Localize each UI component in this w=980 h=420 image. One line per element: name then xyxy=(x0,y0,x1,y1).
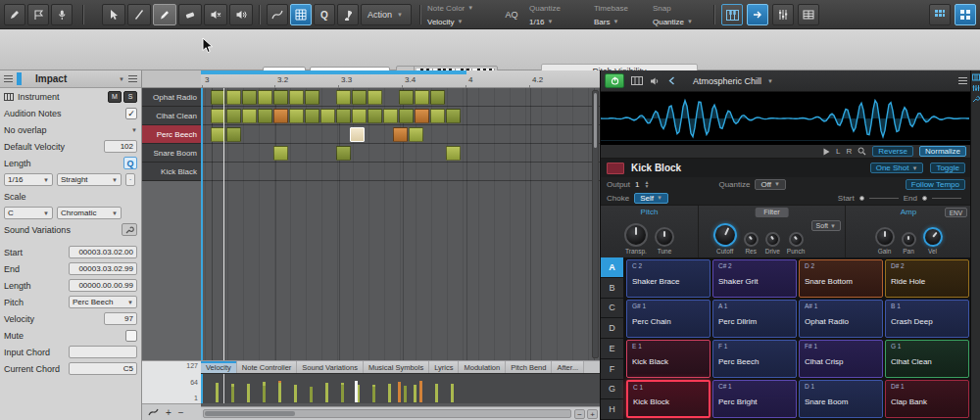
follow-tempo-button[interactable]: Follow Tempo xyxy=(906,179,965,190)
apps-grid-icon[interactable] xyxy=(955,4,976,25)
velocity-bar[interactable] xyxy=(263,386,266,402)
midi-note[interactable] xyxy=(399,90,414,105)
sound-variations-tool-button[interactable] xyxy=(122,223,137,236)
microphone-icon[interactable] xyxy=(51,4,73,25)
knob-punch[interactable]: Punch xyxy=(787,232,805,255)
tab-pitch-bend[interactable]: Pitch Bend xyxy=(506,361,552,373)
midi-note[interactable] xyxy=(273,146,288,161)
field-velocity[interactable]: 97 xyxy=(104,312,137,325)
field-end[interactable]: 00003.03.02.99 xyxy=(69,262,137,275)
loop-range-bar[interactable] xyxy=(201,70,466,74)
knob-cutoff[interactable]: Cutoff xyxy=(713,223,737,255)
midi-note[interactable] xyxy=(305,90,319,105)
pad-perc-chain[interactable]: G# 1Perc Chain xyxy=(626,300,710,338)
note-lanes[interactable] xyxy=(201,88,600,182)
zoom-in-button[interactable]: + xyxy=(587,409,598,419)
midi-note[interactable] xyxy=(242,109,257,123)
midi-note[interactable] xyxy=(430,109,445,123)
velocity-bar[interactable] xyxy=(398,382,401,402)
play-icon[interactable] xyxy=(823,148,830,156)
pad-snare-boom[interactable]: D 1Snare Boom xyxy=(799,380,883,418)
output-value[interactable]: 1 xyxy=(635,180,639,189)
scrollbar-track[interactable] xyxy=(203,409,571,418)
zoom-out-button[interactable]: − xyxy=(574,409,585,419)
power-button[interactable] xyxy=(605,73,624,88)
midi-note[interactable] xyxy=(305,109,319,123)
midi-note[interactable] xyxy=(258,109,272,123)
piano-editor-icon[interactable] xyxy=(721,4,743,25)
menu-icon[interactable] xyxy=(958,77,967,84)
snap-control[interactable]: Snap Quantize▼ xyxy=(653,2,708,27)
dropdown-pitch[interactable]: Perc Beech▼ xyxy=(69,296,137,308)
midi-note[interactable] xyxy=(320,109,335,123)
knob-vel[interactable]: Vel xyxy=(923,227,943,255)
velocity-bar[interactable] xyxy=(435,384,438,402)
toggle-button[interactable]: Toggle xyxy=(930,163,965,173)
midi-note[interactable] xyxy=(430,90,445,105)
draw-icon[interactable] xyxy=(4,4,25,25)
action-dropdown[interactable]: Action▼ xyxy=(361,4,412,25)
knob-pan[interactable]: Pan xyxy=(902,232,916,255)
timeline-ruler[interactable]: 33.23.33.444.2 xyxy=(201,70,600,88)
dot-button[interactable]: · xyxy=(125,173,135,186)
list-icon[interactable] xyxy=(128,75,137,82)
knob-res[interactable]: Res xyxy=(744,232,759,255)
velocity-bar[interactable] xyxy=(414,385,416,402)
midi-note[interactable] xyxy=(393,127,408,142)
velocity-bar[interactable] xyxy=(372,387,375,402)
pad-shaker-brace[interactable]: C 2Shaker Brace xyxy=(626,259,710,298)
field-default-velocity[interactable]: 102 xyxy=(104,140,137,153)
line-tool-icon[interactable] xyxy=(127,4,151,25)
waveform-display[interactable] xyxy=(601,92,971,145)
playhead[interactable] xyxy=(223,88,224,360)
menu-icon[interactable] xyxy=(4,75,13,82)
midi-note[interactable] xyxy=(226,109,241,123)
dropdown-c[interactable]: C▼ xyxy=(4,207,53,219)
forward-arrow-icon[interactable] xyxy=(747,4,768,25)
checkbox-audition-notes[interactable]: ✓ xyxy=(125,108,137,119)
bank-h[interactable]: H xyxy=(601,399,624,420)
pad-ophat-radio[interactable]: A# 1Ophat Radio xyxy=(799,300,883,338)
quantize-dropdown[interactable]: Off▼ xyxy=(755,179,785,190)
quantize-toggle-button[interactable]: Q xyxy=(123,157,137,169)
pad-kick-black[interactable]: E 1Kick Black xyxy=(626,340,710,378)
midi-note[interactable] xyxy=(352,109,367,123)
note-icon[interactable] xyxy=(337,4,359,25)
field-length[interactable]: 00000.00.00.99 xyxy=(69,279,137,292)
dropdown-1-16[interactable]: 1/16▼ xyxy=(4,173,53,186)
back-arrow-icon[interactable] xyxy=(667,76,676,85)
knob-drive[interactable]: Drive xyxy=(765,232,780,255)
marker-icon[interactable] xyxy=(27,4,49,25)
aq-toggle[interactable]: AQ xyxy=(502,4,521,25)
vertical-scrollbar[interactable] xyxy=(592,90,599,358)
one-shot-dropdown[interactable]: One Shot▼ xyxy=(870,163,924,173)
midi-note[interactable] xyxy=(336,90,351,105)
right-panel-strip[interactable] xyxy=(970,70,980,420)
keyboard-icon[interactable] xyxy=(972,73,980,81)
quantize-value[interactable]: 1/16 xyxy=(529,18,545,26)
bank-g[interactable]: G xyxy=(601,380,624,400)
midi-note[interactable] xyxy=(415,90,429,105)
dropdown-straight[interactable]: Straight▼ xyxy=(57,173,122,186)
velocity-bar[interactable] xyxy=(451,384,454,402)
midi-note[interactable] xyxy=(383,109,398,123)
velocity-bar[interactable] xyxy=(247,384,250,402)
velocity-bar[interactable] xyxy=(278,383,281,402)
velocity-bar[interactable] xyxy=(294,385,297,402)
pad-kick-block[interactable]: C 1Kick Block xyxy=(626,380,710,418)
end-handle[interactable] xyxy=(922,196,927,201)
midi-note[interactable] xyxy=(258,90,272,105)
midi-note[interactable] xyxy=(289,90,304,105)
note-area[interactable] xyxy=(201,88,600,360)
magnifier-icon[interactable] xyxy=(858,147,866,156)
velocity-bar[interactable] xyxy=(325,383,328,402)
note-color-value[interactable]: Velocity xyxy=(427,18,455,26)
sliders-icon[interactable] xyxy=(772,4,794,25)
tab-after[interactable]: After... xyxy=(552,361,584,373)
pad-shaker-grit[interactable]: C# 2Shaker Grit xyxy=(712,259,797,298)
pad-perc-dllrim[interactable]: A 1Perc Dllrim xyxy=(712,300,797,338)
knob-transp[interactable]: Transp. xyxy=(624,223,648,255)
lane-name-clhat-clean[interactable]: Clhat Clean xyxy=(142,107,201,125)
sliders-icon[interactable] xyxy=(972,84,980,92)
arrow-tool-icon[interactable] xyxy=(102,4,125,25)
